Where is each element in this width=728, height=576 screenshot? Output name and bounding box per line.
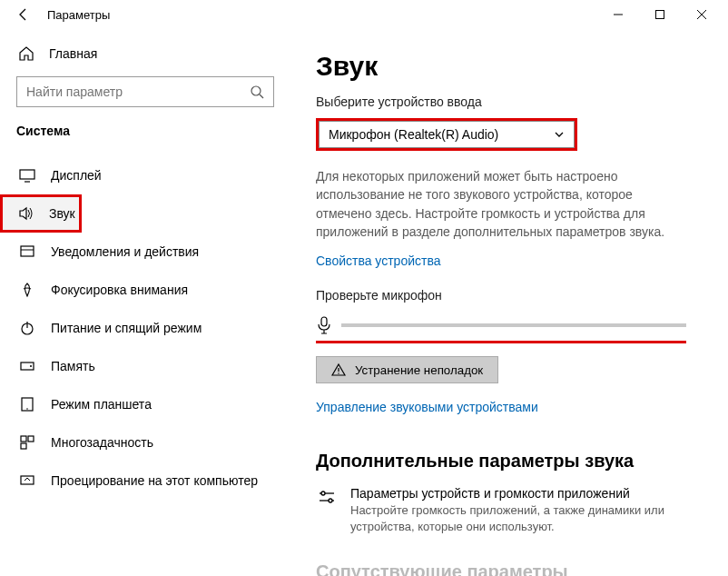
close-icon bbox=[697, 10, 706, 19]
mic-level-row bbox=[316, 315, 686, 343]
sidebar-section-header: Система bbox=[0, 120, 290, 156]
svg-point-26 bbox=[329, 499, 332, 502]
minimize-button[interactable] bbox=[597, 0, 639, 29]
projecting-icon bbox=[18, 472, 36, 489]
manage-devices-link[interactable]: Управление звуковыми устройствами bbox=[316, 400, 538, 414]
svg-point-4 bbox=[251, 86, 261, 95]
nav-label: Питание и спящий режим bbox=[51, 321, 202, 335]
nav-tablet[interactable]: Режим планшета bbox=[0, 385, 290, 423]
input-device-label: Выберите устройство ввода bbox=[316, 94, 703, 109]
warning-icon bbox=[331, 362, 346, 377]
sidebar: Главная Система Дисплей Звук Уведом bbox=[0, 29, 290, 576]
back-button[interactable] bbox=[5, 0, 42, 29]
svg-rect-17 bbox=[28, 436, 34, 442]
svg-rect-16 bbox=[21, 436, 26, 442]
nav-label: Режим планшета bbox=[51, 397, 152, 412]
focus-icon bbox=[18, 282, 36, 298]
minimize-icon bbox=[614, 10, 623, 19]
nav-label: Уведомления и действия bbox=[51, 244, 199, 259]
nav-notifications[interactable]: Уведомления и действия bbox=[0, 233, 290, 271]
chevron-down-icon bbox=[554, 129, 565, 140]
power-icon bbox=[18, 320, 36, 336]
window-title: Параметры bbox=[42, 8, 597, 22]
nav-label: Дисплей bbox=[51, 168, 102, 183]
app-volume-desc: Настройте громкость приложений, а также … bbox=[350, 502, 688, 535]
input-device-value: Микрофон (Realtek(R) Audio) bbox=[329, 127, 498, 142]
nav-sound[interactable]: Звук bbox=[0, 194, 82, 233]
svg-point-22 bbox=[338, 372, 339, 373]
svg-rect-8 bbox=[21, 246, 34, 256]
related-heading: Сопутствующие параметры bbox=[316, 561, 703, 576]
notifications-icon bbox=[18, 243, 36, 260]
sliders-icon bbox=[316, 488, 338, 535]
nav-home-label: Главная bbox=[49, 46, 97, 61]
input-description: Для некоторых приложений может быть наст… bbox=[316, 167, 688, 241]
search-input-wrap[interactable] bbox=[16, 76, 274, 107]
maximize-icon bbox=[655, 10, 664, 19]
mic-level-bar bbox=[341, 323, 686, 327]
sound-icon bbox=[18, 205, 34, 222]
input-device-dropdown[interactable]: Микрофон (Realtek(R) Audio) bbox=[316, 118, 577, 151]
tablet-icon bbox=[18, 396, 36, 412]
storage-icon bbox=[18, 358, 36, 374]
multitask-icon bbox=[18, 434, 36, 451]
nav-power[interactable]: Питание и спящий режим bbox=[0, 309, 290, 347]
troubleshoot-button[interactable]: Устранение неполадок bbox=[316, 356, 498, 383]
nav-home[interactable]: Главная bbox=[0, 36, 290, 71]
app-volume-settings[interactable]: Параметры устройств и громкости приложен… bbox=[316, 486, 688, 535]
svg-point-15 bbox=[26, 408, 28, 410]
device-properties-link[interactable]: Свойства устройства bbox=[316, 253, 441, 268]
display-icon bbox=[18, 167, 36, 184]
nav-label: Память bbox=[51, 359, 95, 373]
svg-rect-20 bbox=[321, 317, 327, 326]
maximize-button[interactable] bbox=[639, 0, 681, 29]
test-mic-label: Проверьте микрофон bbox=[316, 288, 703, 303]
svg-line-5 bbox=[260, 94, 263, 98]
close-button[interactable] bbox=[681, 0, 723, 29]
nav-multitask[interactable]: Многозадачность bbox=[0, 423, 290, 462]
svg-rect-6 bbox=[20, 170, 34, 179]
nav-label: Звук bbox=[49, 206, 75, 221]
nav-focus[interactable]: Фокусировка внимания bbox=[0, 271, 290, 309]
content-area: Звук Выберите устройство ввода Микрофон … bbox=[290, 29, 728, 576]
search-input[interactable] bbox=[26, 84, 250, 99]
nav-label: Многозадачность bbox=[51, 435, 153, 450]
microphone-icon bbox=[316, 315, 332, 335]
nav-display[interactable]: Дисплей bbox=[0, 156, 290, 194]
nav-projecting[interactable]: Проецирование на этот компьютер bbox=[0, 462, 290, 500]
nav-storage[interactable]: Память bbox=[0, 347, 290, 385]
svg-rect-1 bbox=[656, 11, 664, 19]
troubleshoot-label: Устранение неполадок bbox=[355, 363, 483, 377]
svg-point-24 bbox=[321, 492, 325, 495]
arrow-left-icon bbox=[16, 7, 31, 22]
page-title: Звук bbox=[316, 51, 703, 82]
nav-label: Фокусировка внимания bbox=[51, 283, 188, 297]
svg-point-13 bbox=[30, 365, 32, 367]
home-icon bbox=[18, 45, 34, 62]
app-volume-title: Параметры устройств и громкости приложен… bbox=[350, 486, 688, 501]
search-icon bbox=[250, 84, 264, 99]
nav-label: Проецирование на этот компьютер bbox=[51, 473, 258, 488]
svg-rect-18 bbox=[21, 443, 26, 449]
advanced-heading: Дополнительные параметры звука bbox=[316, 451, 703, 472]
